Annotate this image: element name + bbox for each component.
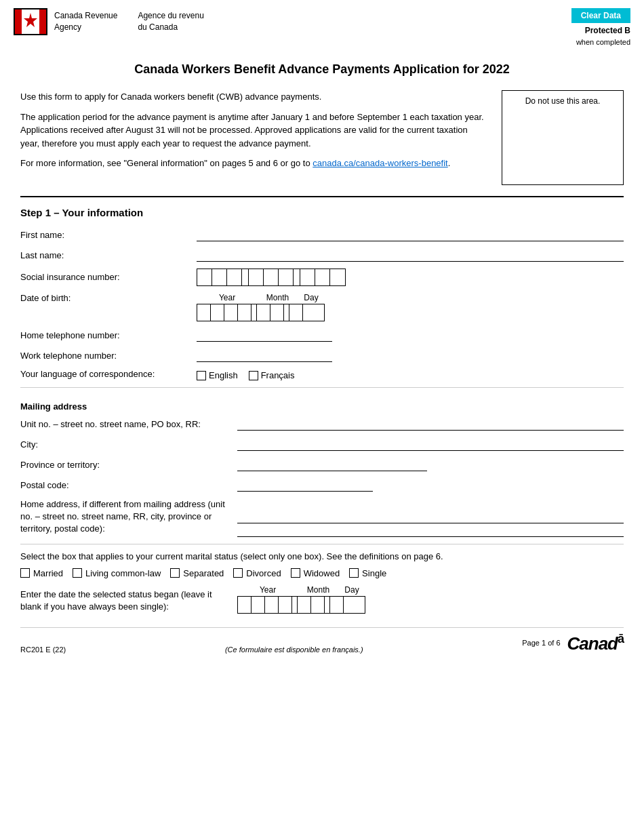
dob-sub-labels: Year Month Day [197, 293, 325, 302]
top-bar: Canada Revenue Agency Agence du revenu d… [0, 0, 644, 52]
separated-checkbox[interactable] [170, 568, 180, 578]
sin-cell-5 [264, 269, 279, 285]
sin-cell-2 [212, 269, 227, 285]
status-date-row: Enter the date the selected status began… [20, 585, 624, 614]
postal-row: Postal code: [20, 478, 624, 492]
sd-m2 [311, 597, 325, 613]
province-label: Province or territory: [20, 460, 230, 471]
sin-cell-6 [279, 269, 294, 285]
do-not-use-box: Do not use this area. [502, 90, 624, 185]
main-content: Canada Workers Benefit Advance Payments … [0, 62, 644, 667]
sin-cell-4 [249, 269, 264, 285]
svg-rect-0 [15, 9, 22, 34]
sin-cell-3 [227, 269, 242, 285]
dob-d2 [303, 304, 317, 321]
status-date-sub-labels: Year Month Day [237, 585, 365, 595]
protected-sub: when completed [576, 38, 630, 46]
province-input[interactable] [237, 458, 427, 471]
single-checkbox[interactable] [349, 568, 359, 578]
intro-line1: Use this form to apply for Canada worker… [20, 90, 488, 104]
home-address-row: Home address, if different from mailing … [20, 498, 624, 537]
home-tel-label: Home telephone number: [20, 330, 190, 342]
dob-label: Date of birth: [20, 293, 190, 304]
sd-y1 [238, 597, 251, 613]
divorced-option[interactable]: Divorced [233, 568, 281, 578]
married-option[interactable]: Married [20, 568, 63, 578]
dob-day-label: Day [298, 293, 325, 302]
city-label: City: [20, 439, 230, 451]
logo-section: Canada Revenue Agency Agence du revenu d… [14, 8, 204, 35]
step1-title: Step 1 – Your information [20, 207, 624, 218]
first-name-label: First name: [20, 230, 190, 241]
city-row: City: [20, 437, 624, 451]
home-address-input-2[interactable] [237, 526, 624, 537]
dob-y2 [211, 304, 224, 321]
mailing-title: Mailing address [20, 401, 624, 412]
common-law-label: Living common-law [85, 568, 161, 578]
sd-spacer2 [325, 597, 330, 613]
city-input[interactable] [237, 437, 624, 451]
home-tel-input[interactable] [197, 328, 332, 342]
form-footer: RC201 E (22) (Ce formulaire est disponib… [20, 627, 624, 654]
first-name-input[interactable] [197, 228, 624, 241]
status-date-box[interactable] [237, 596, 365, 614]
widowed-checkbox[interactable] [291, 568, 300, 578]
last-name-row: Last name: [20, 248, 624, 262]
marital-section: Select the box that applies to your curr… [20, 544, 624, 614]
intro-line3-post: . [448, 158, 451, 168]
sin-cell-7 [300, 269, 315, 285]
first-name-row: First name: [20, 228, 624, 241]
married-checkbox[interactable] [20, 568, 30, 578]
sin-gap-2 [294, 269, 300, 285]
divorced-checkbox[interactable] [233, 568, 243, 578]
sin-label: Social insurance number: [20, 272, 190, 283]
single-option[interactable]: Single [349, 568, 386, 578]
french-option[interactable]: Français [249, 370, 295, 380]
intro-line3: For more information, see "General infor… [20, 157, 488, 170]
language-label: Your language of correspondence: [20, 369, 190, 380]
home-address-input-1[interactable] [237, 513, 624, 523]
protected-label: Protected B [585, 26, 630, 35]
work-tel-input[interactable] [197, 349, 332, 362]
intro-text: Use this form to apply for Canada worker… [20, 90, 488, 185]
dob-spacer2 [284, 304, 289, 321]
agency-names: Canada Revenue Agency Agence du revenu d… [54, 10, 204, 33]
last-name-input[interactable] [197, 248, 624, 262]
canada-wordmark: Canadā [567, 632, 624, 654]
status-month-label: Month [300, 585, 337, 595]
english-option[interactable]: English [197, 370, 238, 380]
common-law-option[interactable]: Living common-law [73, 568, 161, 578]
cwb-link[interactable]: canada.ca/canada-workers-benefit [313, 158, 447, 168]
dob-box[interactable] [197, 304, 325, 321]
sin-container [197, 269, 346, 286]
dob-container: Year Month Day [197, 293, 325, 321]
widowed-option[interactable]: Widowed [291, 568, 340, 578]
sd-y3 [265, 597, 279, 613]
separated-option[interactable]: Separated [170, 568, 224, 578]
dob-month-label: Month [259, 293, 296, 302]
postal-input[interactable] [237, 478, 373, 492]
work-tel-row: Work telephone number: [20, 349, 624, 362]
sin-cell-8 [315, 269, 330, 285]
sd-d2 [344, 597, 357, 613]
french-checkbox[interactable] [249, 371, 258, 380]
mailing-section: Mailing address Unit no. – street no. st… [20, 387, 624, 537]
postal-label: Postal code: [20, 480, 230, 492]
dob-m2 [270, 304, 284, 321]
unit-label: Unit no. – street no. street name, PO bo… [20, 419, 230, 431]
canada-flag-icon [14, 8, 47, 35]
status-date-label: Enter the date the selected status began… [20, 589, 230, 613]
clear-data-button[interactable]: Clear Data [571, 8, 630, 23]
svg-rect-1 [39, 9, 46, 34]
agency-en: Canada Revenue Agency [54, 10, 117, 33]
unit-input[interactable] [237, 417, 624, 431]
province-row: Province or territory: [20, 458, 624, 471]
sd-y4 [279, 597, 292, 613]
intro-line3-pre: For more information, see "General infor… [20, 158, 313, 168]
english-checkbox[interactable] [197, 371, 206, 380]
status-year-label: Year [237, 585, 298, 595]
sin-box[interactable] [197, 269, 346, 286]
common-law-checkbox[interactable] [73, 568, 82, 578]
intro-section: Use this form to apply for Canada worker… [20, 90, 624, 185]
sd-d1 [330, 597, 344, 613]
